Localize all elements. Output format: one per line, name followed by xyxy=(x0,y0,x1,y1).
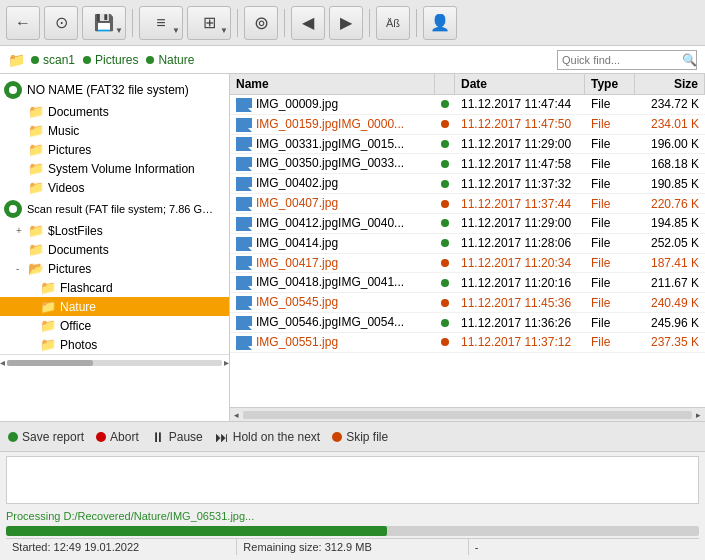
quick-find-input[interactable] xyxy=(562,54,682,66)
abort-dot xyxy=(96,432,106,442)
tree-scroll-down[interactable]: ▸ xyxy=(224,357,229,368)
file-cell-name: IMG_00350.jpgIMG_0033... xyxy=(230,154,435,173)
tree-item-flashcard[interactable]: 📁 Flashcard xyxy=(0,278,229,297)
tree-item-documents2[interactable]: 📁 Documents xyxy=(0,240,229,259)
next-button[interactable]: ▶ xyxy=(329,6,363,40)
hold-button[interactable]: ⏭ Hold on the next xyxy=(215,429,320,445)
search-button[interactable]: ⊙ xyxy=(44,6,78,40)
file-cell-type: File xyxy=(585,214,635,232)
breadcrumb-item-3[interactable]: Nature xyxy=(158,53,194,67)
file-cell-type: File xyxy=(585,135,635,153)
file-cell-dot xyxy=(435,115,455,133)
user-button[interactable]: 👤 xyxy=(423,6,457,40)
status-remaining: Remaining size: 312.9 MB xyxy=(237,539,468,555)
tree-item-lostfiles[interactable]: + 📁 $LostFiles xyxy=(0,221,229,240)
tree-item-documents1[interactable]: 📁 Documents xyxy=(0,102,229,121)
col-header-name[interactable]: Name xyxy=(230,74,435,94)
file-row[interactable]: IMG_00407.jpg11.12.2017 11:37:44File220.… xyxy=(230,194,705,214)
file-img-icon xyxy=(236,157,252,171)
tree-item-music[interactable]: 📁 Music xyxy=(0,121,229,140)
col-header-size[interactable]: Size xyxy=(635,74,705,94)
quick-find-icon[interactable]: 🔍 xyxy=(682,53,697,67)
tree-scroll-up[interactable]: ◂ xyxy=(0,357,5,368)
file-hscroll[interactable]: ◂ ▸ xyxy=(230,407,705,421)
quick-find-box[interactable]: 🔍 xyxy=(557,50,697,70)
breadcrumb-item-2[interactable]: Pictures xyxy=(95,53,138,67)
scan-header[interactable]: Scan result (FAT file system; 7.86 GB in… xyxy=(0,197,229,221)
tree-item-sysvolinfo[interactable]: 📁 System Volume Information xyxy=(0,159,229,178)
save-report-button[interactable]: Save report xyxy=(8,430,84,444)
back-icon: ← xyxy=(15,14,31,32)
tree-item-videos[interactable]: 📁 Videos xyxy=(0,178,229,197)
status-dot xyxy=(441,160,449,168)
tree-label-documents1: Documents xyxy=(48,105,109,119)
drive-header[interactable]: NO NAME (FAT32 file system) xyxy=(0,78,229,102)
bottom-toolbar: Save report Abort ⏸ Pause ⏭ Hold on the … xyxy=(0,422,705,452)
folder-icon: 📁 xyxy=(28,180,44,195)
file-cell-name: IMG_00159.jpgIMG_0000... xyxy=(230,115,435,134)
font-button[interactable]: Äß xyxy=(376,6,410,40)
hscroll-right-btn[interactable]: ▸ xyxy=(694,410,703,420)
tree-item-office[interactable]: 📁 Office xyxy=(0,316,229,335)
tree-item-pictures2[interactable]: - 📂 Pictures xyxy=(0,259,229,278)
file-row[interactable]: IMG_00350.jpgIMG_0033...11.12.2017 11:47… xyxy=(230,154,705,174)
hold-icon: ⏭ xyxy=(215,429,229,445)
back-button[interactable]: ← xyxy=(6,6,40,40)
skip-button[interactable]: Skip file xyxy=(332,430,388,444)
tree-label-flashcard: Flashcard xyxy=(60,281,113,295)
main-area: NO NAME (FAT32 file system) 📁 Documents … xyxy=(0,74,705,422)
tree-panel: NO NAME (FAT32 file system) 📁 Documents … xyxy=(0,74,230,421)
file-row[interactable]: IMG_00412.jpgIMG_0040...11.12.2017 11:29… xyxy=(230,214,705,234)
file-cell-size: 196.00 K xyxy=(635,135,705,153)
col-header-date[interactable]: Date xyxy=(455,74,585,94)
view-button[interactable]: ⊞ ▼ xyxy=(187,6,231,40)
file-cell-date: 11.12.2017 11:47:58 xyxy=(455,155,585,173)
pause-button[interactable]: ⏸ Pause xyxy=(151,429,203,445)
file-row[interactable]: IMG_00546.jpgIMG_0054...11.12.2017 11:36… xyxy=(230,313,705,333)
file-cell-name: IMG_00418.jpgIMG_0041... xyxy=(230,273,435,292)
file-img-icon xyxy=(236,316,252,330)
scan-label: Scan result (FAT file system; 7.86 GB in… xyxy=(27,203,217,215)
status-bar: Started: 12:49 19.01.2022 Remaining size… xyxy=(6,538,699,555)
file-row[interactable]: IMG_00402.jpg11.12.2017 11:37:32File190.… xyxy=(230,174,705,194)
col-header-type[interactable]: Type xyxy=(585,74,635,94)
save-button[interactable]: 💾 ▼ xyxy=(82,6,126,40)
expand-icon: + xyxy=(16,225,26,236)
binoculars-button[interactable]: ⊚ xyxy=(244,6,278,40)
save-report-label: Save report xyxy=(22,430,84,444)
folder-icon: 📁 xyxy=(40,299,56,314)
status-dot xyxy=(441,299,449,307)
tree-item-nature[interactable]: 📁 Nature xyxy=(0,297,229,316)
prev-button[interactable]: ◀ xyxy=(291,6,325,40)
hscroll-left-btn[interactable]: ◂ xyxy=(232,410,241,420)
next-icon: ▶ xyxy=(340,13,352,32)
file-cell-date: 11.12.2017 11:45:36 xyxy=(455,294,585,312)
file-row[interactable]: IMG_00009.jpg11.12.2017 11:47:44File234.… xyxy=(230,95,705,115)
tree-label-nature: Nature xyxy=(60,300,96,314)
file-cell-size: 211.67 K xyxy=(635,274,705,292)
file-cell-name: IMG_00545.jpg xyxy=(230,293,435,312)
file-row[interactable]: IMG_00551.jpg11.12.2017 11:37:12File237.… xyxy=(230,333,705,353)
breadcrumb-dot-1 xyxy=(31,56,39,64)
breadcrumb-item-1[interactable]: scan1 xyxy=(43,53,75,67)
user-icon: 👤 xyxy=(430,13,450,32)
file-row[interactable]: IMG_00418.jpgIMG_0041...11.12.2017 11:20… xyxy=(230,273,705,293)
file-cell-type: File xyxy=(585,274,635,292)
sep1 xyxy=(132,9,133,37)
tree-label-pictures2: Pictures xyxy=(48,262,91,276)
abort-button[interactable]: Abort xyxy=(96,430,139,444)
file-cell-dot xyxy=(435,314,455,332)
list-button[interactable]: ≡ ▼ xyxy=(139,6,183,40)
tree-item-photos[interactable]: 📁 Photos xyxy=(0,335,229,354)
file-row[interactable]: IMG_00414.jpg11.12.2017 11:28:06File252.… xyxy=(230,234,705,254)
file-row[interactable]: IMG_00159.jpgIMG_0000...11.12.2017 11:47… xyxy=(230,115,705,135)
file-cell-dot xyxy=(435,214,455,232)
file-row[interactable]: IMG_00331.jpgIMG_0015...11.12.2017 11:29… xyxy=(230,135,705,155)
save-icon: 💾 xyxy=(94,13,114,32)
tree-item-pictures1[interactable]: 📁 Pictures xyxy=(0,140,229,159)
file-row[interactable]: IMG_00545.jpg11.12.2017 11:45:36File240.… xyxy=(230,293,705,313)
hscroll-track[interactable] xyxy=(243,411,692,419)
search-icon: ⊙ xyxy=(55,13,68,32)
pause-label: Pause xyxy=(169,430,203,444)
file-row[interactable]: IMG_00417.jpg11.12.2017 11:20:34File187.… xyxy=(230,254,705,274)
